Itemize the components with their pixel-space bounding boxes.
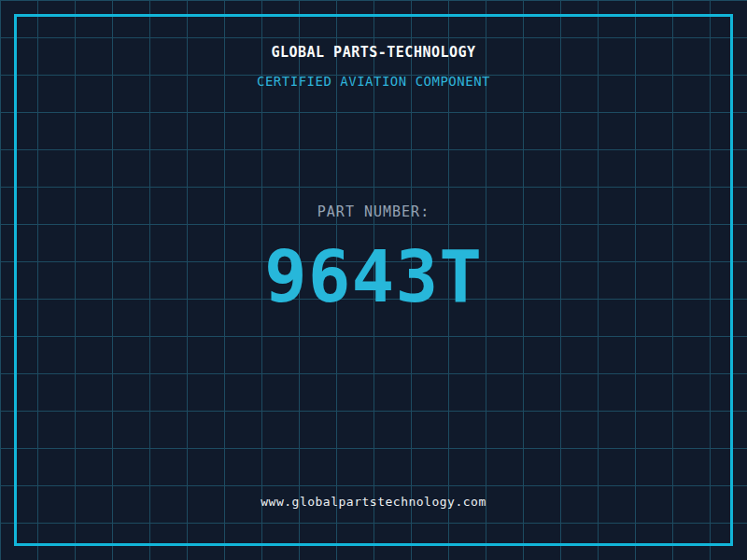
brand-subtitle: CERTIFIED AVIATION COMPONENT	[0, 74, 747, 89]
part-number-label: PART NUMBER:	[0, 203, 747, 220]
website-url: www.globalpartstechnology.com	[0, 495, 747, 509]
part-number-value: 9643T	[0, 235, 747, 318]
brand-title: GLOBAL PARTS-TECHNOLOGY	[0, 44, 747, 61]
blueprint-screen: GLOBAL PARTS-TECHNOLOGY CERTIFIED AVIATI…	[0, 0, 747, 560]
